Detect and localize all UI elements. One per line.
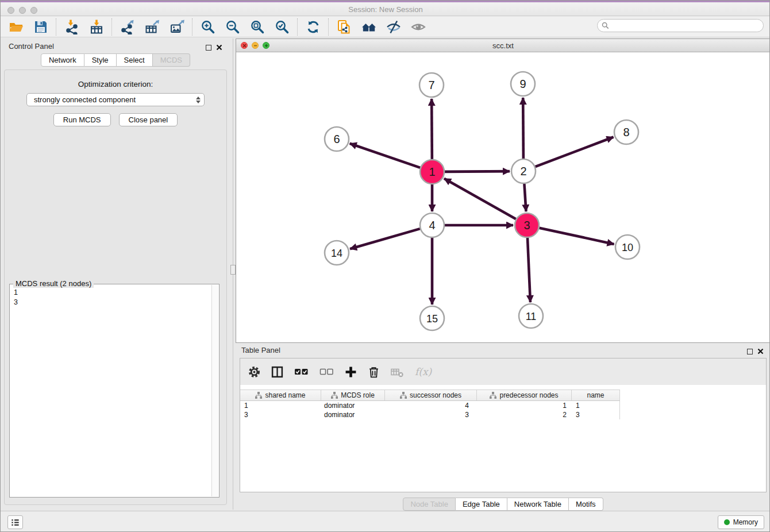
tab-mcds[interactable]: MCDS <box>153 53 190 67</box>
open-session-icon[interactable] <box>8 19 24 34</box>
tab-motifs[interactable]: Motifs <box>569 498 603 511</box>
export-table-icon[interactable] <box>144 19 160 34</box>
search-icon <box>602 22 609 29</box>
delete-column-trash-icon[interactable] <box>368 366 380 378</box>
control-panel-tabs: Network Style Select MCDS <box>1 53 230 67</box>
graph-node-label-2: 2 <box>520 165 526 178</box>
network-view-window: scc.txt 7968124314101511 <box>236 38 770 343</box>
graph-node-label-6: 6 <box>333 133 340 145</box>
table-header-row: shared name MCDS role successor nodes pr… <box>240 390 620 401</box>
column-header-shared-name[interactable]: shared name <box>240 390 321 400</box>
memory-status-dot <box>724 519 730 525</box>
tab-edge-table[interactable]: Edge Table <box>456 498 507 511</box>
delete-table-icon[interactable] <box>391 367 404 377</box>
criterion-value: strongly connected component <box>34 95 136 104</box>
edge-1-7[interactable] <box>432 99 432 159</box>
column-type-icon <box>400 392 407 399</box>
cell-mcds-role: dominator <box>321 401 385 410</box>
node-table-container: f(x) shared name MCDS role successor nod… <box>240 358 767 492</box>
clone-network-icon[interactable] <box>336 19 352 34</box>
close-table-panel-icon[interactable] <box>757 346 764 357</box>
search-field[interactable] <box>597 19 764 32</box>
close-panel-icon[interactable] <box>216 43 222 53</box>
save-session-icon[interactable] <box>33 19 48 34</box>
edge-3-11[interactable] <box>528 238 530 302</box>
graph-node-label-3: 3 <box>523 219 530 232</box>
main-titlebar: Session: New Session <box>1 1 770 16</box>
edge-2-3[interactable] <box>524 184 526 211</box>
graph-node-label-10: 10 <box>622 242 633 253</box>
edge-2-8[interactable] <box>536 137 614 167</box>
cell-shared-name: 3 <box>240 410 321 419</box>
column-type-icon <box>490 392 496 399</box>
column-type-icon <box>255 392 262 399</box>
control-panel-title: Control Panel <box>9 42 54 51</box>
edge-3-1[interactable] <box>444 179 516 219</box>
deselect-all-icon[interactable] <box>319 367 334 377</box>
function-builder-icon[interactable]: f(x) <box>415 366 432 377</box>
cell-predecessor-nodes: 1 <box>477 401 572 410</box>
control-panel: Control Panel Network Style Select MCDS … <box>1 38 230 510</box>
table-toolbar: f(x) <box>240 358 766 385</box>
float-table-panel-icon[interactable] <box>747 349 753 354</box>
run-mcds-button[interactable]: Run MCDS <box>53 113 111 126</box>
table-tabs: Node Table Edge Table Network Table Moti… <box>236 498 770 511</box>
export-network-icon[interactable] <box>120 19 135 34</box>
optimization-criterion-label: Optimization criterion: <box>5 80 226 88</box>
close-panel-button[interactable]: Close panel <box>119 113 178 126</box>
splitter-handle[interactable] <box>230 265 236 275</box>
cell-name: 3 <box>572 410 620 419</box>
tab-node-table[interactable]: Node Table <box>403 498 456 511</box>
tab-select[interactable]: Select <box>117 53 153 67</box>
column-header-predecessor-nodes[interactable]: predecessor nodes <box>477 390 572 400</box>
search-input[interactable] <box>609 20 763 31</box>
column-header-mcds-role[interactable]: MCDS role <box>321 390 385 400</box>
column-header-successor-nodes[interactable]: successor nodes <box>385 390 477 400</box>
edge-4-14[interactable] <box>350 229 420 249</box>
add-column-icon[interactable] <box>345 366 357 378</box>
tab-network[interactable]: Network <box>41 53 84 67</box>
float-panel-icon[interactable] <box>206 45 211 51</box>
zoom-fit-icon[interactable] <box>249 19 265 34</box>
tab-network-table[interactable]: Network Table <box>507 498 569 511</box>
export-image-icon[interactable] <box>169 19 184 34</box>
edge-2-9[interactable] <box>523 98 523 159</box>
select-stepper-icon <box>196 97 201 103</box>
graph-node-label-11: 11 <box>526 311 537 322</box>
column-header-name[interactable]: name <box>572 390 620 400</box>
hide-eye-icon[interactable] <box>386 19 401 34</box>
home-apps-icon[interactable] <box>361 19 376 34</box>
task-history-button[interactable] <box>7 515 23 529</box>
zoom-in-icon[interactable] <box>200 19 215 34</box>
graph-node-label-8: 8 <box>623 126 629 138</box>
status-bar: Memory <box>1 511 770 532</box>
edge-1-6[interactable] <box>350 144 420 168</box>
table-row[interactable]: 3 dominator 3 2 3 <box>240 410 620 419</box>
edge-3-10[interactable] <box>539 228 614 244</box>
table-settings-gear-icon[interactable] <box>248 366 260 378</box>
graph-node-label-7: 7 <box>428 79 434 91</box>
table-row[interactable]: 1 dominator 4 1 1 <box>240 401 620 410</box>
show-columns-icon[interactable] <box>271 366 283 378</box>
import-table-icon[interactable] <box>88 19 104 34</box>
cell-successor-nodes: 3 <box>385 410 477 419</box>
table-panel-title: Table Panel <box>241 346 280 354</box>
zoom-selected-icon[interactable] <box>274 19 290 34</box>
import-network-icon[interactable] <box>64 19 79 34</box>
tab-style[interactable]: Style <box>84 53 117 67</box>
network-canvas[interactable]: 7968124314101511 <box>236 52 770 342</box>
zoom-out-icon[interactable] <box>225 19 240 34</box>
main-toolbar <box>1 17 770 37</box>
cell-name: 1 <box>572 401 620 410</box>
show-eye-icon[interactable] <box>410 19 426 34</box>
refresh-icon[interactable] <box>305 19 321 34</box>
mcds-result-list: 1 3 <box>10 287 211 496</box>
edge-1-2[interactable] <box>445 171 510 172</box>
session-title: Session: New Session <box>1 5 770 14</box>
column-type-icon <box>331 392 338 399</box>
select-all-icon[interactable] <box>294 367 309 377</box>
memory-button[interactable]: Memory <box>718 515 764 529</box>
network-graph[interactable]: 7968124314101511 <box>236 52 770 342</box>
result-scrollbar[interactable] <box>211 285 218 496</box>
criterion-select[interactable]: strongly connected component <box>26 93 205 106</box>
